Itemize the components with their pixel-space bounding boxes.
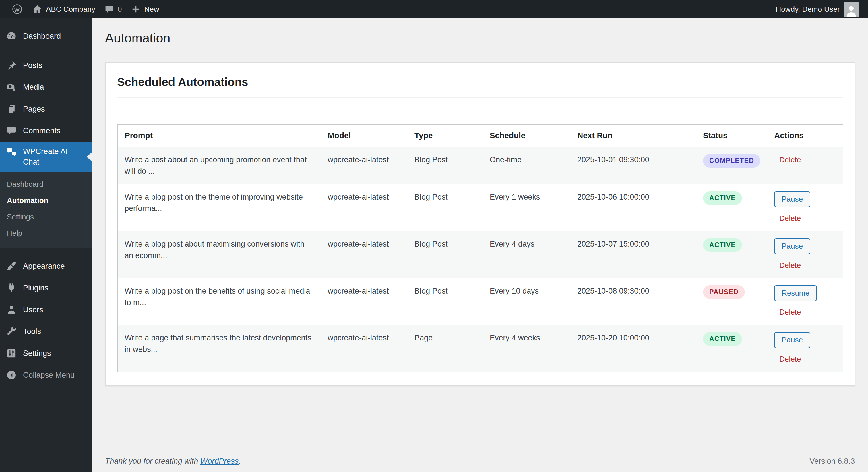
status-badge: ACTIVE — [703, 332, 742, 346]
header-model: Model — [321, 125, 408, 147]
sidebar-item-label: Tools — [23, 327, 41, 336]
cell-type: Page — [408, 325, 483, 372]
sidebar-item-label: Dashboard — [23, 32, 61, 41]
delete-link[interactable]: Delete — [779, 212, 801, 224]
comment-bubble-icon — [104, 4, 114, 14]
cell-model: wpcreate-ai-latest — [321, 325, 408, 372]
new-label: New — [144, 5, 159, 14]
main-content: Automation Scheduled Automations Prompt … — [92, 19, 868, 472]
cell-model: wpcreate-ai-latest — [321, 278, 408, 325]
cell-schedule: Every 4 weeks — [483, 325, 570, 372]
actions-stack: ResumeDelete — [774, 285, 836, 318]
cell-status: ACTIVE — [696, 231, 767, 278]
cell-schedule: Every 1 weeks — [483, 184, 570, 231]
cell-next-run: 2025-10-06 10:00:00 — [570, 184, 696, 231]
cell-schedule: One-time — [483, 147, 570, 184]
footer-version: Version 6.8.3 — [809, 457, 855, 466]
actions-stack: Delete — [774, 154, 836, 165]
sidebar-item-media[interactable]: Media — [0, 76, 92, 98]
sidebar-item-wpcreate-ai-chat[interactable]: WPCreate AI Chat — [0, 142, 92, 172]
plus-icon — [131, 4, 141, 14]
cell-prompt: Write a blog post on the benefits of usi… — [117, 278, 321, 325]
submenu-item-automation[interactable]: Automation — [0, 193, 92, 209]
submenu-item-settings[interactable]: Settings — [0, 209, 92, 225]
cell-type: Blog Post — [408, 278, 483, 325]
cell-prompt: Write a page that summarises the latest … — [117, 325, 321, 372]
wordpress-menu[interactable] — [7, 0, 28, 19]
sidebar-item-pages[interactable]: Pages — [0, 98, 92, 120]
sidebar-item-comments[interactable]: Comments — [0, 120, 92, 142]
pause-button[interactable]: Pause — [774, 191, 810, 207]
comments-shortcut[interactable]: 0 — [100, 0, 126, 19]
heading-divider — [117, 97, 843, 98]
delete-link[interactable]: Delete — [779, 306, 801, 318]
submenu-item-help[interactable]: Help — [0, 225, 92, 241]
cell-actions: ResumeDelete — [767, 278, 843, 325]
new-content-menu[interactable]: New — [126, 0, 164, 19]
delete-link[interactable]: Delete — [779, 353, 801, 365]
wrench-icon — [6, 326, 17, 337]
comments-count: 0 — [118, 5, 122, 14]
header-schedule: Schedule — [483, 125, 570, 147]
admin-sidebar: Dashboard Posts Media — [0, 19, 92, 472]
status-badge: PAUSED — [703, 285, 745, 299]
sidebar-item-users[interactable]: Users — [0, 299, 92, 321]
sidebar-item-label: Posts — [23, 61, 42, 70]
header-next-run: Next Run — [570, 125, 696, 147]
submenu-item-dashboard[interactable]: Dashboard — [0, 176, 92, 193]
cell-status: ACTIVE — [696, 325, 767, 372]
scheduled-automations-card: Scheduled Automations Prompt Model Type … — [105, 62, 856, 386]
cell-next-run: 2025-10-01 09:30:00 — [570, 147, 696, 184]
user-icon — [6, 304, 17, 315]
sidebar-item-dashboard[interactable]: Dashboard — [0, 25, 92, 47]
cell-status: ACTIVE — [696, 184, 767, 231]
sidebar-item-posts[interactable]: Posts — [0, 55, 92, 76]
sidebar-item-appearance[interactable]: Appearance — [0, 255, 92, 277]
cell-next-run: 2025-10-07 15:00:00 — [570, 231, 696, 278]
menu-separator — [0, 248, 92, 255]
comment-icon — [6, 125, 17, 136]
sidebar-item-settings[interactable]: Settings — [0, 342, 92, 364]
cell-prompt: Write a blog post about maximising conve… — [117, 231, 321, 278]
cell-status: PAUSED — [696, 278, 767, 325]
sidebar-item-label: Pages — [23, 105, 45, 113]
sidebar-item-tools[interactable]: Tools — [0, 321, 92, 342]
sidebar-item-label: Media — [23, 83, 44, 92]
cell-type: Blog Post — [408, 184, 483, 231]
delete-link[interactable]: Delete — [779, 260, 801, 271]
resume-button[interactable]: Resume — [774, 285, 817, 301]
sidebar-item-plugins[interactable]: Plugins — [0, 277, 92, 299]
cell-prompt: Write a post about an upcoming promotion… — [117, 147, 321, 184]
brush-icon — [6, 260, 17, 272]
actions-stack: PauseDelete — [774, 191, 836, 224]
avatar — [844, 2, 859, 16]
sliders-icon — [6, 347, 17, 359]
header-type: Type — [408, 125, 483, 147]
delete-link[interactable]: Delete — [779, 154, 801, 165]
account-menu[interactable]: Howdy, Demo User — [774, 2, 861, 16]
sidebar-item-label: WPCreate AI Chat — [23, 146, 81, 167]
sidebar-item-label: Users — [23, 305, 43, 314]
site-name-link[interactable]: ABC Company — [28, 0, 100, 19]
automation-row: Write a blog post on the theme of improv… — [117, 184, 843, 231]
menu-separator — [0, 47, 92, 55]
home-icon — [32, 4, 42, 14]
cell-prompt: Write a blog post on the theme of improv… — [117, 184, 321, 231]
cell-type: Blog Post — [408, 231, 483, 278]
automations-tbody: Write a post about an upcoming promotion… — [117, 147, 843, 372]
sidebar-item-label: Settings — [23, 349, 51, 358]
media-icon — [6, 81, 17, 93]
cell-model: wpcreate-ai-latest — [321, 231, 408, 278]
table-header-row: Prompt Model Type Schedule Next Run Stat… — [117, 125, 843, 147]
pause-button[interactable]: Pause — [774, 332, 810, 348]
cell-actions: PauseDelete — [767, 184, 843, 231]
automation-row: Write a blog post on the benefits of usi… — [117, 278, 843, 325]
collapse-menu-button[interactable]: Collapse Menu — [0, 364, 92, 386]
cell-status: COMPLETED — [696, 147, 767, 184]
sidebar-item-label: Collapse Menu — [23, 371, 74, 380]
pause-button[interactable]: Pause — [774, 238, 810, 255]
howdy-text: Howdy, Demo User — [776, 5, 840, 14]
wordpress-link[interactable]: WordPress — [200, 457, 239, 465]
header-actions: Actions — [767, 125, 843, 147]
pages-icon — [6, 103, 17, 115]
